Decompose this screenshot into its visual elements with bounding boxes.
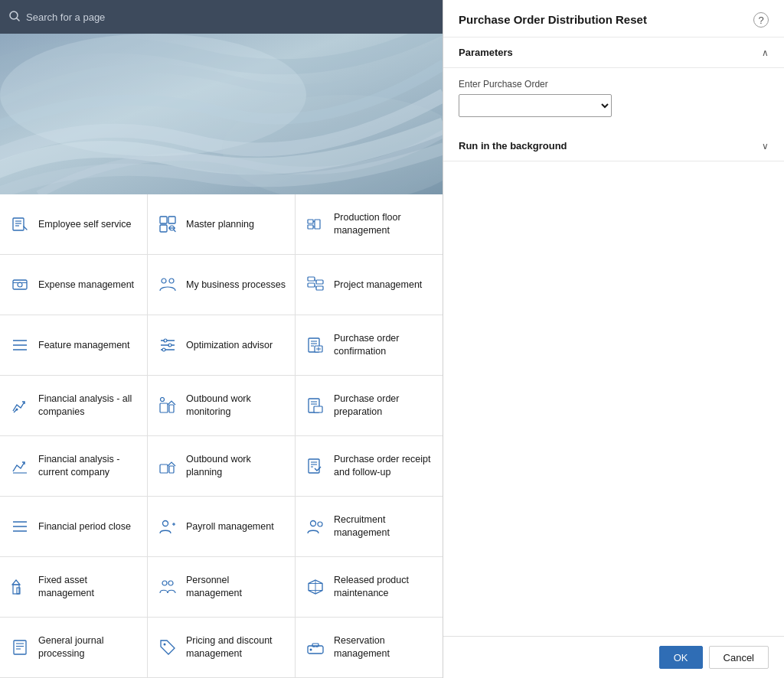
grid-cell-production-floor-management[interactable]: Production floor management (296, 194, 443, 254)
personnel-management-label: Personnel management (186, 574, 286, 600)
production-floor-management-label: Production floor management (334, 211, 433, 237)
grid-cell-pricing-discount-management[interactable]: Pricing and discount management (148, 618, 296, 677)
grid-row-5: Financial period closePayroll management… (0, 497, 443, 557)
parameters-chevron: ∧ (762, 47, 769, 58)
financial-analysis-all-icon (9, 395, 31, 416)
grid-cell-feature-management[interactable]: Feature management (0, 315, 148, 375)
svg-rect-48 (169, 405, 174, 412)
financial-analysis-current-icon (9, 455, 31, 477)
grid-cell-outbound-work-planning[interactable]: Outbound work planning (148, 436, 296, 496)
svg-rect-78 (14, 641, 26, 654)
svg-rect-14 (308, 220, 313, 223)
parameters-section: Parameters ∧ Enter Purchase Order (443, 37, 784, 131)
financial-analysis-current-label: Financial analysis - current company (38, 453, 138, 479)
svg-point-22 (162, 279, 166, 283)
released-product-maintenance-label: Released product maintenance (334, 574, 433, 600)
master-planning-icon (157, 214, 178, 235)
reservation-management-icon (305, 637, 326, 658)
ok-button[interactable]: OK (659, 646, 703, 669)
grid-cell-reservation-management[interactable]: Reservation management (296, 618, 443, 677)
svg-rect-24 (308, 277, 315, 281)
svg-rect-19 (13, 280, 27, 289)
svg-rect-51 (314, 406, 322, 412)
grid-row-2: Feature managementOptimization advisorPu… (0, 315, 443, 376)
right-panel: Purchase Order Distribution Reset ? Para… (443, 0, 784, 678)
purchase-order-preparation-icon (305, 395, 326, 416)
svg-point-46 (16, 409, 18, 411)
svg-point-38 (162, 348, 165, 351)
grid-row-3: Financial analysis - all companiesOutbou… (0, 376, 443, 436)
financial-period-close-label: Financial period close (38, 520, 131, 533)
grid-cell-outbound-work-monitoring[interactable]: Outbound work monitoring (148, 376, 296, 435)
grid-cell-financial-period-close[interactable]: Financial period close (0, 497, 148, 556)
employee-self-service-icon (9, 214, 31, 235)
grid-cell-personnel-management[interactable]: Personnel management (148, 557, 296, 617)
cancel-button[interactable]: Cancel (709, 646, 769, 669)
purchase-order-label: Enter Purchase Order (459, 79, 769, 90)
grid-cell-purchase-order-receipt[interactable]: Purchase order receipt and follow-up (296, 436, 443, 496)
recruitment-management-icon (305, 516, 326, 537)
feature-management-icon (9, 334, 31, 356)
dialog-title: Purchase Order Distribution Reset (459, 12, 647, 28)
purchase-order-select[interactable] (459, 94, 612, 117)
grid-cell-general-journal-processing[interactable]: General journal processing (0, 618, 148, 677)
expense-management-label: Expense management (38, 279, 134, 292)
employee-self-service-label: Employee self service (38, 218, 132, 231)
svg-point-73 (168, 581, 173, 585)
right-panel-header: Purchase Order Distribution Reset ? (443, 0, 784, 37)
hero-image (0, 34, 443, 194)
background-chevron: ∨ (762, 141, 769, 152)
outbound-work-monitoring-icon (157, 395, 178, 416)
grid-area: Employee self serviceMaster planningProd… (0, 194, 443, 678)
grid-cell-my-business-processes[interactable]: My business processes (148, 255, 296, 315)
svg-rect-16 (315, 220, 320, 229)
right-panel-body: Parameters ∧ Enter Purchase Order Run in… (443, 37, 784, 636)
grid-cell-released-product-maintenance[interactable]: Released product maintenance (296, 557, 443, 617)
reservation-management-label: Reservation management (334, 634, 433, 660)
grid-cell-master-planning[interactable]: Master planning (148, 194, 296, 254)
project-management-icon (305, 274, 326, 295)
outbound-work-planning-icon (157, 455, 178, 477)
parameters-body: Enter Purchase Order (443, 68, 784, 131)
svg-rect-5 (13, 218, 24, 230)
payroll-management-icon (157, 516, 178, 537)
purchase-order-confirmation-icon (305, 334, 326, 356)
my-business-processes-label: My business processes (186, 279, 286, 292)
background-section: Run in the background ∨ (443, 131, 784, 161)
search-input[interactable] (26, 11, 433, 23)
grid-cell-fixed-asset-management[interactable]: Fixed asset management (0, 557, 148, 617)
grid-cell-financial-analysis-current[interactable]: Financial analysis - current company (0, 436, 148, 496)
payroll-management-label: Payroll management (186, 520, 274, 533)
parameters-section-header[interactable]: Parameters ∧ (443, 37, 784, 68)
svg-point-36 (164, 339, 167, 342)
outbound-work-planning-label: Outbound work planning (186, 453, 286, 479)
pricing-discount-management-label: Pricing and discount management (186, 634, 286, 660)
grid-row-1: Expense managementMy business processesP… (0, 255, 443, 315)
grid-cell-payroll-management[interactable]: Payroll management (148, 497, 296, 556)
help-icon[interactable]: ? (753, 12, 769, 28)
grid-row-0: Employee self serviceMaster planningProd… (0, 194, 443, 255)
grid-cell-project-management[interactable]: Project management (296, 255, 443, 315)
grid-cell-purchase-order-confirmation[interactable]: Purchase order confirmation (296, 315, 443, 375)
grid-cell-purchase-order-preparation[interactable]: Purchase order preparation (296, 376, 443, 435)
purchase-order-receipt-label: Purchase order receipt and follow-up (334, 453, 433, 479)
financial-period-close-icon (9, 516, 31, 537)
svg-point-68 (318, 522, 322, 526)
general-journal-processing-label: General journal processing (38, 634, 138, 660)
background-title: Run in the background (459, 140, 567, 152)
background-section-header[interactable]: Run in the background ∨ (443, 131, 784, 161)
master-planning-label: Master planning (186, 218, 254, 231)
grid-cell-employee-self-service[interactable]: Employee self service (0, 194, 148, 254)
svg-point-83 (164, 644, 166, 646)
parameters-title: Parameters (459, 47, 513, 58)
grid-cell-recruitment-management[interactable]: Recruitment management (296, 497, 443, 556)
grid-cell-expense-management[interactable]: Expense management (0, 255, 148, 315)
svg-point-23 (169, 279, 174, 283)
grid-cell-optimization-advisor[interactable]: Optimization advisor (148, 315, 296, 375)
personnel-management-icon (157, 576, 178, 598)
svg-rect-86 (312, 644, 318, 647)
fixed-asset-management-label: Fixed asset management (38, 574, 138, 600)
my-business-processes-icon (157, 274, 178, 295)
svg-rect-15 (308, 225, 313, 229)
grid-cell-financial-analysis-all[interactable]: Financial analysis - all companies (0, 376, 148, 435)
